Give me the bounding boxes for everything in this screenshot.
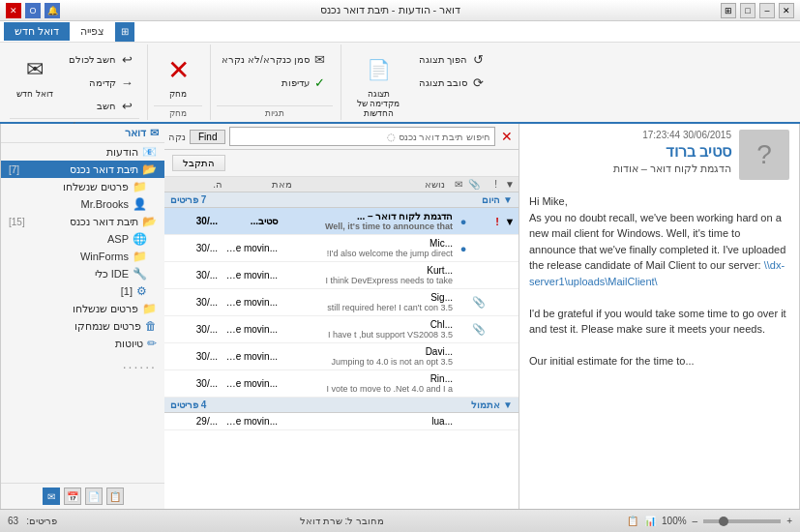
msg-from-4: ...DXperience movin [222, 296, 280, 309]
tab-view[interactable]: צפייה [70, 22, 115, 41]
folder-sent-1[interactable]: 📁 פרטים שנשלחו [1, 178, 164, 195]
message-item-2[interactable]: ● ...Mic I'd also welcome the jump direc… [164, 235, 519, 262]
inbox-count-2: [15] [9, 217, 25, 227]
group-header-yesterday[interactable]: ▼ אתמול 4 פריטים [164, 398, 519, 413]
folder-item-1[interactable]: ⚙ [1] [1, 282, 164, 300]
sidebar-bottom-icons: 📋 📄 📅 ✉ [1, 483, 164, 509]
rotate-view-button[interactable]: ↺ הפוך תצוגה [414, 48, 491, 70]
avatar-area: ? 30/06/2015 17:23:44 סטיב ברוד הדגמת לק… [519, 124, 799, 186]
ribbon-group-view: 📄 תצוגה מקדימה של החדשות ↺ הפוך תצוגה ⟳ … [341, 44, 497, 120]
flip-view-button[interactable]: ⟳ סובב תצוגה [414, 72, 491, 93]
group-header-today[interactable]: ▼ היום 7 פריטים [164, 192, 519, 208]
folder-tree-header: ✉ דואר [1, 124, 164, 143]
reply-button[interactable]: ↩ חשב [64, 95, 140, 116]
minimize-button[interactable]: – [759, 3, 775, 18]
folder-mrbrooks[interactable]: 👤 Mr.Brooks [1, 195, 164, 213]
items-count: 63 [8, 516, 18, 526]
sidebar-bottom-icon-1[interactable]: 📋 [106, 488, 124, 505]
folder-notifications[interactable]: 📧 הודעות [1, 143, 164, 161]
msg-subject-4: ...Sig still required here! I can't con … [281, 291, 455, 313]
sidebar-bottom-icon-3[interactable]: 📅 [64, 488, 81, 505]
message-item-7[interactable]: ...Rin I vote to move to .Net 4.0 and I … [164, 370, 519, 398]
deleted-icon: 🗑 [145, 319, 157, 333]
plus-button[interactable]: + [786, 516, 792, 526]
col-date[interactable]: ה. [166, 178, 224, 191]
zoom-level: 100% [662, 516, 687, 526]
group-toggle-yesterday[interactable]: ▼ אתמול [471, 399, 513, 410]
status-left: + – 100% 📊 📋 [627, 516, 792, 526]
group-content-new: ✉ דואל חדש ↩ חשב לכולם → קדימה ↩ חשב [10, 46, 139, 118]
reply-all-icon: ↩ [119, 51, 134, 67]
connection-label: מחובר ל: שרת דואל [300, 516, 384, 526]
msg-subject-5: ...Chl I have t ,but support VS2008 3.5 [281, 318, 455, 340]
group-toggle-today[interactable]: ▼ היום [482, 194, 513, 205]
msg-attach-icon-4: 📎 [472, 296, 486, 310]
folder-ide[interactable]: 🔧 IDE כלי [1, 265, 164, 282]
restore-button[interactable]: ⊞ [721, 3, 736, 18]
folder-winforms[interactable]: 📁 WinForms [1, 248, 164, 265]
msg-priority-icon-1: ! [488, 215, 501, 228]
message-item-3[interactable]: ...Kurt I think DevExpress needs to take… [164, 262, 519, 289]
message-item-4[interactable]: 📎 ...Sig still required here! I can't co… [164, 289, 519, 316]
sidebar-bottom-icon-2[interactable]: 📄 [85, 488, 103, 505]
msg-subject-8: ...lua [281, 415, 455, 428]
tab-grid-icon[interactable]: ⊞ [115, 22, 134, 42]
receive-button[interactable]: התקבל [172, 155, 225, 171]
view-icon-1[interactable]: 📊 [644, 516, 656, 526]
delete-button[interactable]: ✕ מחק [154, 48, 202, 103]
col-from[interactable]: מאת [226, 178, 294, 191]
search-input[interactable] [229, 127, 495, 146]
app-icon-close[interactable]: ✕ [6, 3, 21, 18]
flip-icon: ⟳ [470, 74, 486, 90]
msg-date-7: .../30 [166, 377, 220, 390]
folder-sent-main[interactable]: 📁 פרטים שנשלחו [1, 300, 164, 317]
sidebar-bottom-icon-4[interactable]: ✉ [43, 488, 60, 505]
title-bar-right: 🔔 O ✕ [6, 3, 60, 18]
new-mail-button[interactable]: ✉ דואל חדש [10, 48, 60, 103]
preview-button[interactable]: 📄 תצוגה מקדימה של החדשות [347, 48, 410, 122]
minus-button[interactable]: – [693, 516, 698, 526]
col-sort[interactable]: ▼ [501, 178, 517, 191]
msg-date-8: .../29 [166, 415, 220, 428]
folder-tree: ✉ דואר 📧 הודעות 📂 תיבת דואר נכנס [7] 📁 פ… [0, 124, 164, 509]
tab-new-mail[interactable]: דואל חדש [4, 22, 70, 41]
forward-button[interactable]: → קדימה [64, 72, 140, 93]
msg-from-8: ...DXperience movin [222, 415, 280, 428]
msg-from-7: ...DXperience movin [222, 377, 280, 390]
status-bar: + – 100% 📊 📋 מחובר ל: שרת דואל פריטים: 6… [0, 509, 800, 532]
folder-drafts[interactable]: ✏ טיוטות [1, 335, 164, 352]
msg-sort-icon-1: ▼ [503, 215, 517, 228]
message-item-8[interactable]: ...lua ...DXperience movin .../29 [164, 413, 519, 430]
window-controls[interactable]: ✕ – □ ⊞ [721, 3, 794, 18]
folder-inbox-selected[interactable]: 📂 תיבת דואר נכנס [7] [1, 161, 164, 178]
msg-dot-2: ● [457, 242, 470, 255]
ribbon: דואל חדש צפייה ⊞ ✉ דואל חדש ↩ חשב [0, 21, 800, 124]
zoom-slider[interactable] [703, 519, 781, 523]
col-subject[interactable]: נושא [296, 178, 447, 191]
find-button[interactable]: Find [190, 130, 225, 144]
msg-from-1: סטיב... [222, 215, 280, 227]
col-attachment[interactable]: 📎 [466, 178, 482, 191]
msg-date-5: .../30 [166, 323, 220, 336]
priority-button[interactable]: ✓ עדיפות [217, 72, 332, 93]
msg-from-5: ...DXperience movin [222, 323, 280, 336]
folder-inbox-2[interactable]: 📂 תיבת דואר נכנס [15] [1, 213, 164, 230]
col-read[interactable]: ✉ [449, 178, 464, 191]
close-button[interactable]: ✕ [779, 3, 794, 18]
mark-read-button[interactable]: ✉ סמן כנקרא/לא נקרא [217, 48, 332, 70]
server-link[interactable]: \\dx-server1\uploads\MailClient\ [529, 259, 785, 287]
message-item-5[interactable]: 📎 ...Chl I have t ,but support VS2008 3.… [164, 316, 519, 343]
message-list: ▼ היום 7 פריטים ▼ ! ● הדגמת לקוח דואר – … [164, 192, 519, 509]
maximize-button[interactable]: □ [740, 3, 756, 18]
folder-asp[interactable]: 🌐 ASP [1, 230, 164, 248]
ribbon-group-new: ✉ דואל חדש ↩ חשב לכולם → קדימה ↩ חשב [4, 44, 145, 120]
reply-all-button[interactable]: ↩ חשב לכולם [64, 48, 140, 70]
search-clear-button[interactable]: ✕ [499, 129, 515, 144]
message-item-1[interactable]: ▼ ! ● הדגמת לקוח דואר – ... Well, it's t… [164, 208, 519, 235]
col-priority[interactable]: ! [484, 178, 499, 191]
folder-deleted[interactable]: 🗑 פרטים שנמחקו [1, 317, 164, 335]
message-item-6[interactable]: ...Davi Jumping to 4.0 is not an opt 3.5… [164, 343, 519, 370]
ide-icon: 🔧 [133, 267, 147, 281]
clear-button[interactable]: נקה [168, 132, 186, 142]
view-icon-2[interactable]: 📋 [627, 516, 638, 526]
